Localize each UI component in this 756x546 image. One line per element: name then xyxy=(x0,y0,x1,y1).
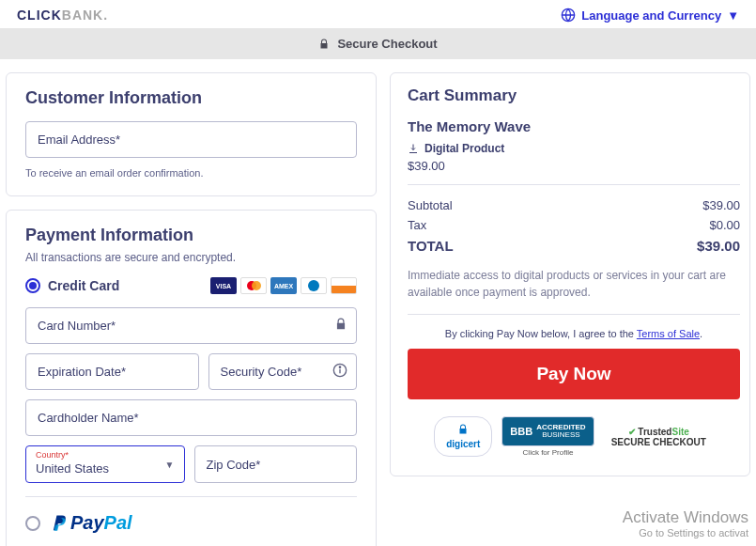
country-value: United States xyxy=(36,461,109,476)
paypal-pal: Pal xyxy=(104,512,132,533)
caret-down-icon: ▼ xyxy=(727,8,739,23)
country-select[interactable]: Country* United States ▼ xyxy=(25,445,185,483)
subtotal-value: $39.00 xyxy=(702,198,740,212)
agree-pre: By clicking Pay Now below, I agree to th… xyxy=(445,328,637,339)
discover-icon xyxy=(331,277,357,294)
logo-click: CLICK xyxy=(17,8,62,23)
lock-icon xyxy=(334,318,347,335)
payment-sub: All transactions are secure and encrypte… xyxy=(25,251,357,264)
logo-bank: BANK. xyxy=(62,8,108,23)
radio-credit-selected[interactable] xyxy=(25,278,40,293)
total-value: $39.00 xyxy=(697,238,740,254)
digicert-text: digicert xyxy=(446,439,480,449)
svg-point-3 xyxy=(308,280,319,291)
agree-text: By clicking Pay Now below, I agree to th… xyxy=(408,328,740,339)
bbb-badge[interactable]: BBB ACCREDITEDBUSINESS Click for Profile xyxy=(501,416,594,457)
digital-product-label: Digital Product xyxy=(424,142,504,155)
secure-checkout-bar: Secure Checkout xyxy=(0,28,756,59)
terms-link[interactable]: Terms of Sale xyxy=(637,328,700,339)
bbb-l2: BUSINESS xyxy=(536,431,585,439)
tax-value: $0.00 xyxy=(709,218,740,232)
email-hint: To receive an email order confirmation. xyxy=(25,167,357,179)
pay-now-button[interactable]: Pay Now xyxy=(408,349,740,399)
digicert-badge[interactable]: digicert xyxy=(434,416,492,457)
country-label: Country* xyxy=(36,450,175,460)
svg-point-2 xyxy=(252,281,261,290)
divider xyxy=(408,314,740,315)
amex-icon: AMEX xyxy=(270,277,297,294)
product-title: The Memory Wave xyxy=(408,118,740,134)
diners-icon xyxy=(301,277,327,294)
mastercard-icon xyxy=(240,277,267,294)
expiration-field[interactable] xyxy=(25,353,199,390)
trustedsite-badge[interactable]: ✔ TrustedSite SECURE CHECKOUT xyxy=(604,416,714,457)
payment-info-card: Payment Information All transactions are… xyxy=(6,210,377,546)
paypal-option[interactable]: PayPal xyxy=(25,496,357,541)
zip-field[interactable] xyxy=(194,445,358,483)
secure-text: Secure Checkout xyxy=(337,37,437,51)
payment-heading: Payment Information xyxy=(25,226,357,245)
info-icon[interactable] xyxy=(332,363,347,382)
bbb-caption: Click for Profile xyxy=(523,448,574,457)
cart-heading: Cart Summary xyxy=(408,86,740,105)
cart-summary: Cart Summary The Memory Wave Digital Pro… xyxy=(390,72,750,476)
trusted-pre: Trusted xyxy=(638,427,671,437)
clickbank-logo: CLICKBANK. xyxy=(17,8,108,23)
lock-icon xyxy=(318,39,330,50)
trust-badges: digicert BBB ACCREDITEDBUSINESS Click fo… xyxy=(408,416,740,457)
card-number-field[interactable] xyxy=(25,307,357,344)
radio-paypal-unselected[interactable] xyxy=(25,516,40,531)
globe-icon xyxy=(561,8,576,23)
paypal-icon xyxy=(52,514,69,533)
credit-label: Credit Card xyxy=(48,278,119,293)
visa-icon: VISA xyxy=(210,277,237,294)
paypal-logo: PayPal xyxy=(52,512,132,534)
download-icon xyxy=(408,143,419,154)
paypal-pay: Pay xyxy=(70,512,104,533)
card-brand-icons: VISA AMEX xyxy=(210,277,357,294)
access-note: Immediate access to digital products or … xyxy=(408,267,740,301)
total-label: TOTAL xyxy=(408,238,454,254)
lock-icon xyxy=(457,424,469,435)
product-price: $39.00 xyxy=(408,159,740,173)
svg-point-6 xyxy=(339,367,340,367)
subtotal-label: Subtotal xyxy=(408,198,453,212)
trusted-suf: Site xyxy=(671,427,688,437)
customer-heading: Customer Information xyxy=(25,88,357,108)
caret-down-icon: ▼ xyxy=(165,460,175,470)
credit-card-option[interactable]: Credit Card VISA AMEX xyxy=(25,277,357,294)
language-currency-selector[interactable]: Language and Currency ▼ xyxy=(561,8,739,23)
trusted-sub: SECURE CHECKOUT xyxy=(611,437,706,447)
customer-info-card: Customer Information To receive an email… xyxy=(6,72,377,196)
email-field[interactable] xyxy=(25,121,357,158)
tax-label: Tax xyxy=(408,218,426,232)
divider xyxy=(408,184,740,185)
cardholder-name-field[interactable] xyxy=(25,399,357,436)
lang-label: Language and Currency xyxy=(581,8,721,23)
